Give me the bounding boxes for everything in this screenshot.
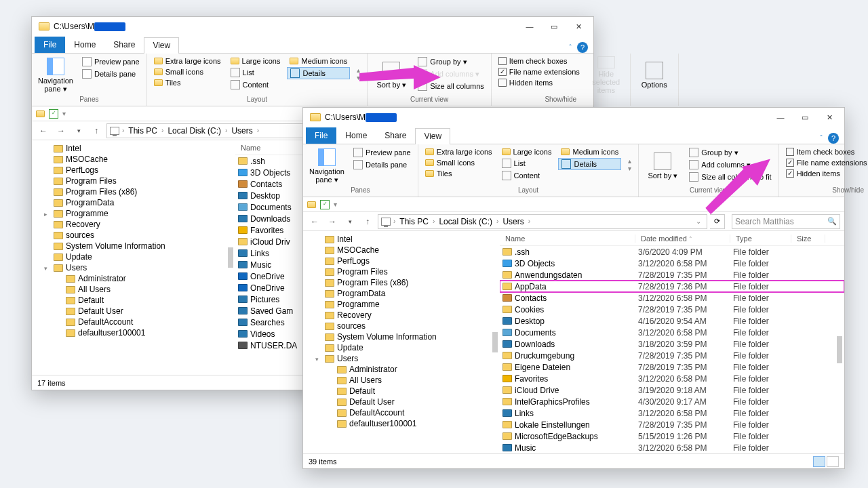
tree-item[interactable]: defaultuser100001 [32,327,235,338]
table-row[interactable]: Druckumgebung 7/28/2019 7:35 PM File fol… [500,350,844,361]
tree-item[interactable]: Program Files (x86) [32,186,235,197]
checked-icon[interactable]: ✓ [320,200,330,209]
tree-item[interactable]: Default User [303,396,500,407]
col-size[interactable]: Size [791,235,825,243]
tree-item[interactable]: Users [303,353,500,364]
table-row[interactable]: Downloads 3/18/2020 3:59 PM File folder [500,338,844,350]
fwd-button[interactable]: → [325,214,340,229]
layout-xl[interactable]: Extra large icons [151,56,224,66]
layout-scroll[interactable]: ▴▾ [354,66,363,81]
chk-hidden[interactable]: Hidden items [783,169,868,178]
back-button[interactable]: ← [36,123,51,138]
tree-item[interactable]: Default [32,295,235,306]
sizeallcols-button[interactable]: Size all columns [415,81,486,92]
tree-item[interactable]: PerfLogs [32,165,235,176]
layout-xl[interactable]: Extra large icons [422,147,495,157]
table-row[interactable]: Music 3/12/2020 6:58 PM File folder [500,442,844,453]
help-icon[interactable]: ? [828,133,839,144]
table-row[interactable]: IntelGraphicsProfiles 4/30/2020 9:17 AM … [500,396,844,407]
up-button[interactable]: ↑ [89,123,104,138]
tree-item[interactable]: Update [303,342,500,353]
layout-details[interactable]: Details [287,67,350,79]
ribbon-collapse-icon[interactable]: ˆ [820,134,823,142]
minimize-button[interactable]: — [768,108,793,127]
tab-view[interactable]: View [415,128,450,144]
search-input[interactable]: Search Matthias 🔍 [732,214,840,229]
tree-item[interactable]: All Users [303,375,500,386]
table-row[interactable]: AppData 7/28/2019 7:36 PM File folder [500,281,844,292]
groupby-button[interactable]: Group by ▾ [415,56,486,67]
layout-sm[interactable]: Small icons [422,158,495,167]
tab-view[interactable]: View [144,37,179,54]
layout-lg[interactable]: Large icons [499,147,555,157]
table-row[interactable]: iCloud Drive 3/19/2020 9:18 AM File fold… [500,384,844,396]
table-row[interactable]: Links 3/12/2020 6:58 PM File folder [500,407,844,419]
layout-content[interactable]: Content [228,79,283,90]
chk-itemboxes[interactable]: Item check boxes [783,147,868,157]
qa-dropdown-icon[interactable]: ▾ [62,110,66,117]
tree-item[interactable]: System Volume Information [303,331,500,342]
tree-item[interactable]: Program Files [32,176,235,186]
details-pane-button[interactable]: Details pane [351,159,414,170]
up-button[interactable]: ↑ [360,214,375,229]
qa-dropdown-icon[interactable]: ▾ [334,201,337,208]
titlebar[interactable]: C:\Users\M — ▭ ✕ [32,17,593,36]
chk-extensions[interactable]: File name extensions [783,158,868,167]
view-details-button[interactable] [813,456,825,467]
tree-item[interactable]: System Volume Information [32,241,235,251]
column-headers[interactable]: Name Date modified ˄ Type Size [500,231,844,246]
minimize-button[interactable]: — [517,17,542,36]
help-icon[interactable]: ? [577,42,588,53]
tree-item[interactable]: ProgramData [32,197,235,208]
tab-file[interactable]: File [35,37,65,53]
ribbon-collapse-icon[interactable]: ˆ [569,43,572,52]
table-row[interactable]: Lokale Einstellungen 7/28/2019 7:35 PM F… [500,419,844,430]
table-row[interactable]: Eigene Dateien 7/28/2019 7:35 PM File fo… [500,361,844,373]
tree-item[interactable]: Administrator [303,364,500,375]
table-row[interactable]: Anwendungsdaten 7/28/2019 7:35 PM File f… [500,269,844,281]
layout-list[interactable]: List [499,158,555,169]
chk-extensions[interactable]: File name extensions [496,67,583,77]
chk-hidden[interactable]: Hidden items [496,78,583,87]
tree-item[interactable]: Administrator [32,273,235,284]
titlebar[interactable]: C:\Users\M — ▭ ✕ [303,108,844,127]
close-button[interactable]: ✕ [817,108,842,127]
view-large-button[interactable] [827,456,839,467]
layout-lg[interactable]: Large icons [228,56,283,66]
layout-content[interactable]: Content [499,170,555,181]
col-name[interactable]: Name [500,235,635,243]
tree-item[interactable]: sources [303,321,500,331]
table-row[interactable]: Desktop 4/16/2020 9:54 AM File folder [500,315,844,327]
col-datemod[interactable]: Date modified [641,235,687,243]
options-button[interactable]: Options [635,56,674,94]
layout-details[interactable]: Details [558,158,621,170]
recent-dropdown[interactable]: ▾ [71,123,86,138]
tree-item[interactable]: Program Files (x86) [303,277,500,288]
maximize-button[interactable]: ▭ [793,108,817,127]
file-list[interactable]: .ssh 3/6/2020 4:09 PM File folder 3D Obj… [500,246,844,453]
refresh-button[interactable]: ⟳ [710,214,725,229]
tree-item[interactable]: Program Files [303,266,500,277]
recent-dropdown[interactable]: ▾ [342,214,357,229]
chk-itemboxes[interactable]: Item check boxes [496,56,583,66]
tree-item[interactable]: Programme [303,299,500,310]
table-row[interactable]: .ssh 3/6/2020 4:09 PM File folder [500,246,844,258]
tree-item[interactable]: Intel [32,143,235,154]
tree-item[interactable]: sources [32,230,235,241]
tree-item[interactable]: Programme [32,208,235,219]
tree-item[interactable]: DefaultAccount [303,407,500,418]
tree-item[interactable]: MSOCache [303,245,500,256]
tree-item[interactable]: Default [303,386,500,396]
tree-item[interactable]: DefaultAccount [32,317,235,327]
table-row[interactable]: Documents 3/12/2020 6:58 PM File folder [500,327,844,338]
tree-item[interactable]: Recovery [32,219,235,230]
tab-home[interactable]: Home [336,127,376,144]
sortby-button[interactable]: Sort by ▾ [643,147,682,185]
checked-icon[interactable]: ✓ [49,109,58,119]
tree-item[interactable]: All Users [32,284,235,295]
close-button[interactable]: ✕ [566,17,591,36]
tree-item[interactable]: Default User [32,306,235,317]
tab-share[interactable]: Share [376,127,415,144]
details-pane-button[interactable]: Details pane [79,68,142,79]
nav-tree[interactable]: Intel MSOCache PerfLogs Program Files Pr… [303,231,500,453]
